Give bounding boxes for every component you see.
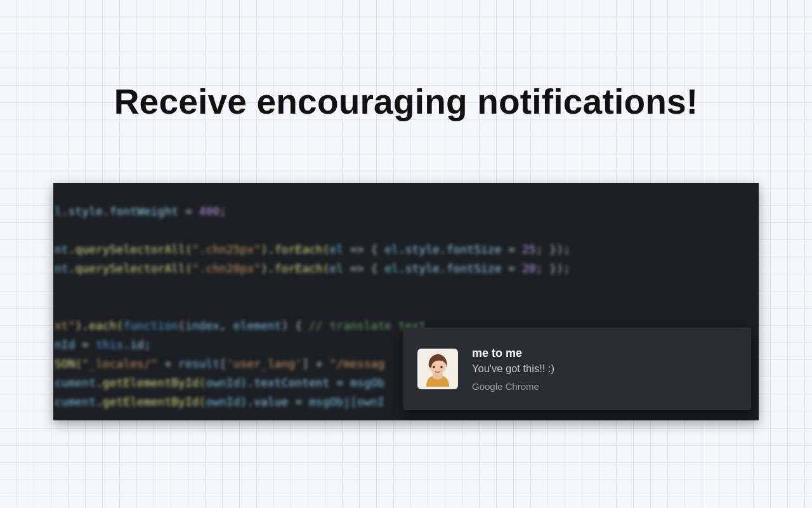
code-token: el xyxy=(384,262,398,275)
code-token: ( xyxy=(178,319,185,332)
code-token: xt" xyxy=(55,319,75,332)
promo-headline: Receive encouraging notifications! xyxy=(0,81,812,122)
code-token: this xyxy=(96,338,123,351)
code-token: .style.fontSize xyxy=(398,262,502,275)
code-token: "/messag xyxy=(330,357,385,370)
code-token: ).each( xyxy=(75,319,124,332)
code-token: cument xyxy=(55,376,96,389)
code-token: = xyxy=(501,243,522,256)
code-token: 25 xyxy=(522,243,536,256)
code-token: element xyxy=(233,319,282,332)
code-token: ] + xyxy=(302,357,329,370)
code-token: ; xyxy=(219,204,226,218)
code-token: ).forEach( xyxy=(261,262,329,275)
code-token: SON( xyxy=(55,357,82,370)
code-token: nt xyxy=(55,262,69,275)
notification-title: me to me xyxy=(472,347,554,360)
code-token: msgOb xyxy=(350,376,384,389)
code-token: = xyxy=(75,338,96,351)
code-editor-screenshot: l.style.fontWeight = 400; nt.querySelect… xyxy=(53,183,759,420)
code-token: ownId xyxy=(206,395,240,408)
notification-body: You've got this!! :) xyxy=(472,363,554,375)
code-token: , xyxy=(219,319,233,332)
code-token: el xyxy=(330,262,344,275)
code-token: cument xyxy=(55,395,96,408)
notification-source: Google Chrome xyxy=(472,381,554,392)
code-token: 'user_lang' xyxy=(226,357,302,370)
code-token: l xyxy=(55,204,62,218)
code-token: .getElementById( xyxy=(96,376,206,389)
code-token: msgObj[ownI xyxy=(309,395,384,408)
code-token: "_locales/" xyxy=(82,357,157,370)
code-token: ) { xyxy=(282,319,309,332)
code-token: + xyxy=(158,357,179,370)
svg-point-3 xyxy=(440,366,443,368)
code-token: .querySelectorAll( xyxy=(69,262,192,275)
code-token: index xyxy=(185,319,219,332)
notification-avatar-icon xyxy=(417,349,458,389)
code-token: ; }); xyxy=(536,262,570,275)
code-token: ".chn25px" xyxy=(192,243,261,256)
code-token: .getElementById( xyxy=(96,395,206,408)
code-token: = xyxy=(501,262,522,275)
chrome-notification-toast[interactable]: me to me You've got this!! :) Google Chr… xyxy=(403,328,751,410)
code-token: nId xyxy=(55,338,75,351)
code-token: ownId xyxy=(206,376,240,389)
code-token: ".chn20px" xyxy=(192,262,261,275)
svg-point-2 xyxy=(433,366,435,368)
code-token: el xyxy=(384,243,398,256)
code-token: .id; xyxy=(123,338,150,351)
code-token: => { xyxy=(343,243,384,256)
code-token: 400 xyxy=(199,204,220,218)
code-token: ).forEach( xyxy=(261,243,329,256)
code-token: 20 xyxy=(522,262,536,275)
code-token: .style.fontWeight xyxy=(62,204,178,218)
code-token: [ xyxy=(219,357,226,370)
code-token: ).value = xyxy=(240,395,309,408)
code-token: ).textContent = xyxy=(240,376,350,389)
code-token: ; }); xyxy=(536,243,570,256)
code-token: el xyxy=(330,243,344,256)
code-token: .style.fontSize xyxy=(398,243,502,256)
code-token: function xyxy=(123,319,178,332)
code-token: => { xyxy=(343,262,384,275)
code-token: .querySelectorAll( xyxy=(69,243,192,256)
code-token: nt xyxy=(55,243,69,256)
code-token: result xyxy=(178,357,219,370)
notification-text: me to me You've got this!! :) Google Chr… xyxy=(472,347,554,392)
code-token: = xyxy=(178,204,199,218)
